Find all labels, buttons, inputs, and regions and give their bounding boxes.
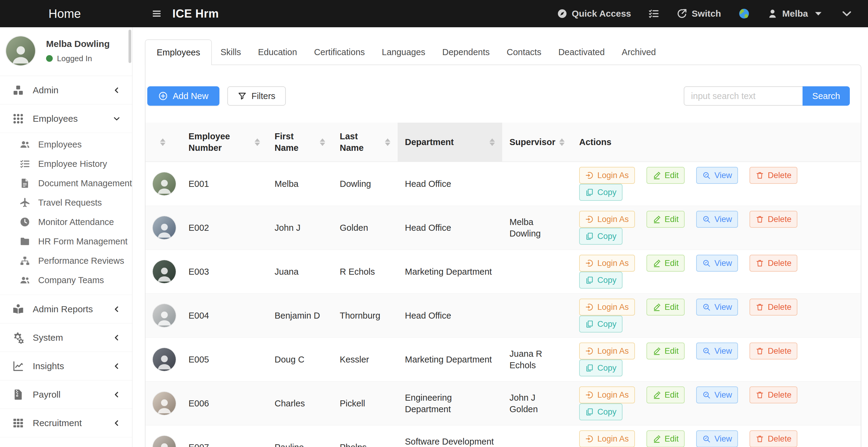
sidebar-subitem-monitor-attendance[interactable]: Monitor Attendance — [0, 212, 132, 232]
switch-button[interactable]: Switch — [677, 8, 721, 19]
employee-avatar — [153, 216, 176, 239]
edit-button[interactable]: Edit — [647, 299, 685, 316]
users-icon — [20, 139, 30, 150]
sidebar-subitem-employees[interactable]: Employees — [0, 135, 132, 154]
column-header-actions: Actions — [572, 123, 861, 162]
cell-supervisor — [502, 250, 572, 294]
sidebar-subitem-hr-form-management[interactable]: HR Form Management — [0, 232, 132, 251]
sort-icon — [320, 138, 325, 146]
sidebar-item-admin[interactable]: Admin — [0, 76, 132, 104]
edit-icon — [652, 171, 661, 180]
table-row: E006 Charles Pickell Engineering Departm… — [146, 382, 861, 425]
table-header-row: Employee Number First Name Last Name Dep… — [146, 123, 861, 162]
view-button[interactable]: View — [696, 211, 738, 228]
column-header-employee_number[interactable]: Employee Number — [181, 123, 267, 162]
tab-employees[interactable]: Employees — [145, 39, 212, 65]
tab-dependents[interactable]: Dependents — [434, 39, 498, 65]
nav-home-link[interactable]: Home — [49, 7, 81, 21]
view-button[interactable]: View — [696, 255, 738, 272]
sidebar-item-system[interactable]: System — [0, 323, 132, 352]
delete-button[interactable]: Delete — [749, 386, 797, 403]
tab-certifications[interactable]: Certifications — [306, 39, 373, 65]
cell-first-name: Juana — [267, 250, 333, 294]
chevron-left-icon — [113, 334, 121, 342]
compass-icon — [557, 8, 568, 19]
search-input[interactable] — [684, 86, 803, 106]
view-button[interactable]: View — [696, 431, 738, 447]
view-button[interactable]: View — [696, 343, 738, 359]
add-new-button[interactable]: Add New — [147, 86, 219, 106]
edit-button[interactable]: Edit — [647, 386, 685, 403]
profile-name: Melba Dowling — [46, 39, 110, 49]
sort-icon — [385, 138, 390, 146]
view-button[interactable]: View — [696, 386, 738, 403]
edit-button[interactable]: Edit — [647, 343, 685, 359]
cubes-icon — [12, 84, 24, 96]
view-button[interactable]: View — [696, 167, 738, 184]
sidebar-subitem-company-teams[interactable]: Company Teams — [0, 270, 132, 290]
sidebar-scrollbar[interactable] — [128, 30, 131, 63]
sidebar-subitem-travel-requests[interactable]: Travel Requests — [0, 193, 132, 212]
edit-button[interactable]: Edit — [647, 255, 685, 272]
sidebar-subitem-performance-reviews[interactable]: Performance Reviews — [0, 251, 132, 270]
sidebar-item-employees[interactable]: Employees — [0, 104, 132, 133]
search-button[interactable]: Search — [803, 86, 850, 106]
avatar[interactable] — [6, 36, 35, 65]
edit-button[interactable]: Edit — [647, 431, 685, 447]
delete-button[interactable]: Delete — [749, 299, 797, 316]
tab-contacts[interactable]: Contacts — [498, 39, 550, 65]
delete-button[interactable]: Delete — [749, 343, 797, 359]
tab-deactivated[interactable]: Deactivated — [550, 39, 613, 65]
column-header-department[interactable]: Department — [398, 123, 502, 162]
delete-button[interactable]: Delete — [749, 167, 797, 184]
copy-button[interactable]: Copy — [579, 316, 622, 333]
cell-department: Head Office — [398, 162, 502, 206]
delete-button[interactable]: Delete — [749, 431, 797, 447]
login-button[interactable]: Login As — [579, 431, 635, 447]
sidebar-subitem-document-management[interactable]: Document Management — [0, 174, 132, 193]
edit-button[interactable]: Edit — [647, 211, 685, 228]
login-button[interactable]: Login As — [579, 343, 635, 359]
hamburger-menu-icon[interactable] — [150, 8, 163, 19]
login-button[interactable]: Login As — [579, 255, 635, 272]
sidebar-menu: Admin Employees Employees Employee Histo… — [0, 76, 132, 447]
copy-button[interactable]: Copy — [579, 272, 622, 288]
language-globe-button[interactable] — [738, 7, 750, 20]
quick-access-button[interactable]: Quick Access — [557, 8, 631, 19]
sidebar-item-discussions[interactable]: Discussions — [0, 437, 132, 447]
navbar-collapse-chevron[interactable] — [841, 7, 853, 20]
filters-button[interactable]: Filters — [227, 86, 286, 106]
tab-languages[interactable]: Languages — [373, 39, 434, 65]
login-button[interactable]: Login As — [579, 299, 635, 316]
column-header-last_name[interactable]: Last Name — [333, 123, 398, 162]
view-button[interactable]: View — [696, 299, 738, 316]
edit-button[interactable]: Edit — [647, 167, 685, 184]
sidebar-item-admin-reports[interactable]: Admin Reports — [0, 295, 132, 323]
sidebar-item-insights[interactable]: Insights — [0, 352, 132, 380]
column-header-supervisor[interactable]: Supervisor — [502, 123, 572, 162]
login-button[interactable]: Login As — [579, 211, 635, 228]
tab-skills[interactable]: Skills — [212, 39, 249, 65]
column-header-avatar[interactable] — [146, 123, 181, 162]
sidebar-item-recruitment[interactable]: Recruitment — [0, 409, 132, 437]
chevron-left-icon — [113, 391, 121, 399]
sidebar-item-payroll[interactable]: Payroll — [0, 380, 132, 409]
sidebar: Melba Dowling Logged In Admin Employees … — [0, 27, 132, 447]
user-menu[interactable]: Melba — [767, 8, 824, 19]
cell-actions: Login As Edit View Delete Copy — [572, 294, 861, 338]
checklist-button[interactable] — [648, 8, 659, 20]
copy-button[interactable]: Copy — [579, 228, 622, 245]
login-button[interactable]: Login As — [579, 167, 635, 184]
tab-archived[interactable]: Archived — [613, 39, 664, 65]
login-button[interactable]: Login As — [579, 386, 635, 403]
copy-button[interactable]: Copy — [579, 359, 622, 376]
delete-button[interactable]: Delete — [749, 255, 797, 272]
user-icon — [767, 8, 778, 19]
copy-button[interactable]: Copy — [579, 184, 622, 201]
column-header-first_name[interactable]: First Name — [267, 123, 333, 162]
delete-button[interactable]: Delete — [749, 211, 797, 228]
navbar-right: Quick Access Switch Melba — [557, 7, 853, 20]
tab-education[interactable]: Education — [249, 39, 306, 65]
copy-button[interactable]: Copy — [579, 403, 622, 420]
sidebar-subitem-employee-history[interactable]: Employee History — [0, 154, 132, 174]
